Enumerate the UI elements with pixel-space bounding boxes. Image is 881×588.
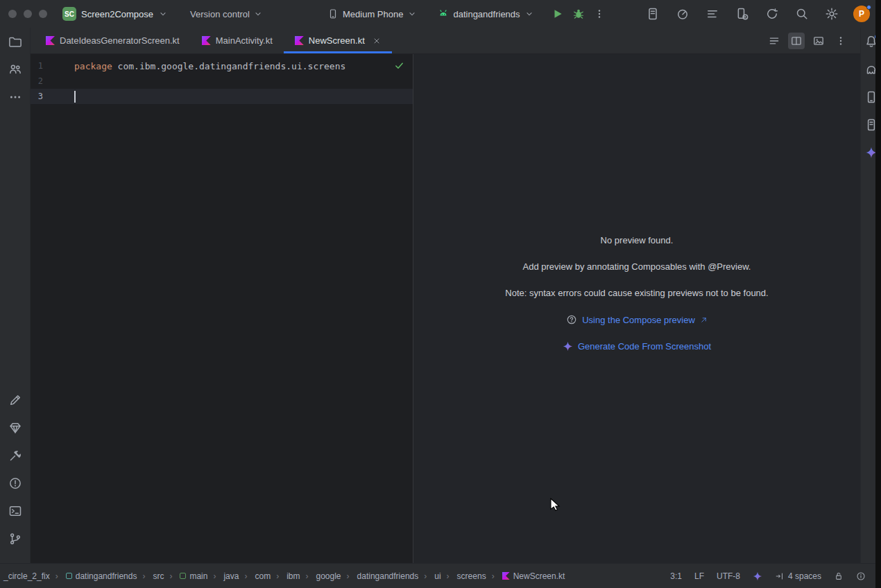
close-icon xyxy=(373,37,381,45)
run-config-name: datingandfriends xyxy=(453,9,520,19)
compose-preview-pane: No preview found. Add preview by annotat… xyxy=(413,54,860,563)
tab-label: NewScreen.kt xyxy=(309,35,365,46)
breadcrumb-item[interactable]: ui xyxy=(419,571,441,581)
warning-circle-icon xyxy=(8,476,22,490)
search-everywhere-button[interactable] xyxy=(794,6,810,22)
split-view-icon xyxy=(790,35,803,47)
compose-preview-doc-link[interactable]: Using the Compose preview xyxy=(582,315,695,325)
encoding-widget[interactable]: UTF-8 xyxy=(717,571,740,581)
more-dots-icon xyxy=(8,90,22,104)
text-caret xyxy=(74,91,76,103)
gear-icon xyxy=(825,7,839,21)
layout-inspector-button[interactable] xyxy=(644,6,661,22)
user-avatar[interactable]: P xyxy=(853,6,870,22)
keyword-token: package xyxy=(74,61,112,71)
breadcrumb-item[interactable]: ibm xyxy=(271,571,300,581)
breadcrumb-item[interactable]: main xyxy=(164,571,208,581)
breadcrumb-item[interactable]: google xyxy=(300,571,341,581)
pencil-icon xyxy=(8,393,22,407)
device-manager-button[interactable] xyxy=(734,6,751,22)
editor-tab-bar: DateIdeasGeneratorScreen.kt MainActivity… xyxy=(31,28,860,54)
inspections-widget[interactable] xyxy=(394,60,404,71)
generate-code-link[interactable]: Generate Code From Screenshot xyxy=(578,341,711,352)
device-selector[interactable]: Medium Phone xyxy=(327,8,417,19)
profiler-icon xyxy=(676,7,690,21)
run-configuration-selector[interactable]: datingandfriends xyxy=(438,8,533,19)
folder-icon xyxy=(8,35,22,49)
source-root-icon xyxy=(180,573,186,579)
breadcrumb-item[interactable]: java xyxy=(208,571,239,581)
version-control-tool-button[interactable] xyxy=(7,530,24,547)
compose-preview-help-row: Using the Compose preview xyxy=(566,313,708,326)
breadcrumb-item[interactable]: datingandfriends xyxy=(51,571,138,581)
run-button[interactable] xyxy=(549,6,566,22)
ai-assistant-status[interactable] xyxy=(753,571,762,581)
split-view-button[interactable] xyxy=(788,33,805,49)
gem-icon xyxy=(8,421,22,435)
more-tool-windows-button[interactable] xyxy=(7,89,24,105)
logcat-icon xyxy=(705,7,719,21)
left-tool-stripe xyxy=(0,28,31,563)
preview-mode-toggles xyxy=(766,28,860,53)
breadcrumb-item[interactable]: com xyxy=(239,571,271,581)
build-tool-button[interactable] xyxy=(7,447,24,464)
editor-options-button[interactable] xyxy=(832,33,849,49)
kotlin-file-icon xyxy=(46,36,55,45)
breadcrumb-item[interactable]: screens xyxy=(442,571,487,581)
close-tab-button[interactable] xyxy=(373,37,381,45)
breadcrumb-item-file[interactable]: NewScreen.kt xyxy=(487,571,566,581)
line-number: 3 xyxy=(31,92,43,101)
phone-icon xyxy=(327,8,339,19)
resource-manager-button[interactable] xyxy=(7,420,24,436)
line-number: 2 xyxy=(31,76,43,86)
write-access-widget[interactable] xyxy=(834,571,844,581)
design-view-button[interactable] xyxy=(810,33,827,49)
project-widget[interactable]: SC Screen2Compose xyxy=(62,0,168,28)
screen-edge-strip xyxy=(875,0,881,588)
breadcrumb-item[interactable]: src xyxy=(137,571,164,581)
line-separator-widget[interactable]: LF xyxy=(694,571,704,581)
debug-button[interactable] xyxy=(570,6,587,22)
version-control-widget[interactable]: Version control xyxy=(190,0,263,28)
info-icon xyxy=(856,571,866,581)
no-preview-hint: Add preview by annotating Composables wi… xyxy=(523,261,751,273)
settings-button[interactable] xyxy=(823,6,840,22)
code-text: package com.ibm.google.datingandfriends.… xyxy=(43,61,345,71)
cursor-position-widget[interactable]: 3:1 xyxy=(670,571,682,581)
tab-mainactivity[interactable]: MainActivity.kt xyxy=(191,28,284,53)
ide-status-indicator[interactable] xyxy=(856,571,866,581)
bug-icon xyxy=(572,8,585,20)
no-preview-note: Note: syntax errors could cause existing… xyxy=(505,287,768,300)
close-window-button[interactable] xyxy=(8,10,17,18)
project-tool-button[interactable] xyxy=(7,33,24,50)
sync-project-button[interactable] xyxy=(764,6,780,22)
chevron-down-icon xyxy=(253,9,263,19)
design-tools-button[interactable] xyxy=(7,392,24,408)
problems-tool-button[interactable] xyxy=(7,475,24,492)
breadcrumb-item[interactable]: _circle_2_fix xyxy=(3,571,51,581)
gemini-sparkle-icon xyxy=(753,571,762,581)
tab-dateideasgeneratorscreen[interactable]: DateIdeasGeneratorScreen.kt xyxy=(35,28,191,53)
sync-icon xyxy=(765,7,779,21)
zoom-window-button[interactable] xyxy=(39,10,47,18)
breadcrumb: _circle_2_fix datingandfriends src main … xyxy=(3,571,565,581)
kebab-menu-icon xyxy=(594,8,605,19)
external-link-icon xyxy=(700,316,708,324)
profiler-button[interactable] xyxy=(674,6,691,22)
more-run-options-button[interactable] xyxy=(591,6,608,22)
code-view-button[interactable] xyxy=(766,33,782,49)
breadcrumb-item[interactable]: datingandfriends xyxy=(342,571,420,581)
terminal-tool-button[interactable] xyxy=(7,503,24,519)
code-editor[interactable]: 1 package com.ibm.google.datingandfriend… xyxy=(31,54,413,563)
project-badge: SC xyxy=(62,7,76,21)
device-manager-icon xyxy=(735,7,749,21)
logcat-button[interactable] xyxy=(704,6,721,22)
indent-widget[interactable]: 4 spaces xyxy=(775,571,821,581)
commit-tool-button[interactable] xyxy=(7,61,24,78)
minimize-window-button[interactable] xyxy=(24,10,32,18)
status-bar: _circle_2_fix datingandfriends src main … xyxy=(0,563,881,588)
line-number: 1 xyxy=(31,61,43,71)
chevron-down-icon xyxy=(407,9,417,19)
tab-newscreen[interactable]: NewScreen.kt xyxy=(284,28,392,53)
kotlin-file-icon xyxy=(202,36,211,45)
